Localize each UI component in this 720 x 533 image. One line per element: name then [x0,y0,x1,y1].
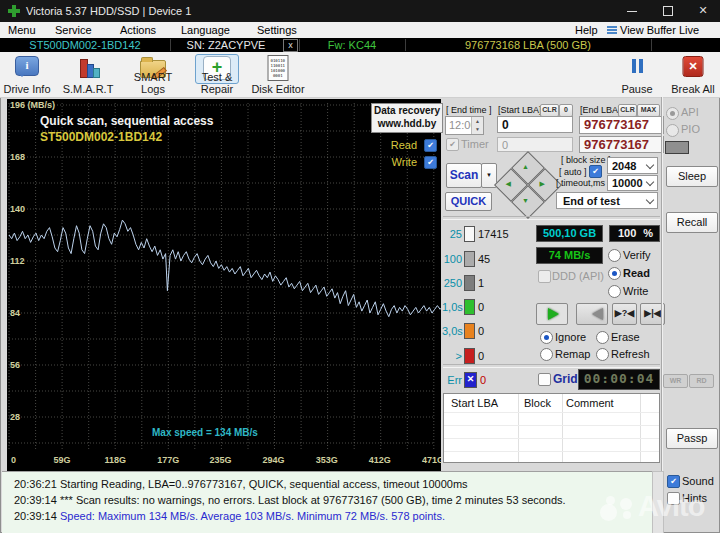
read-mode-radio[interactable] [608,267,621,280]
read-checkbox[interactable]: ✔ [424,139,437,152]
seek-error-button[interactable]: ▶?◀ [612,303,637,325]
ignore-label: Ignore [555,331,586,343]
log-timestamp: 20:36:21 [14,478,57,490]
end-lba-input[interactable]: 976773167 [579,116,664,134]
svg-text:177G: 177G [157,455,179,465]
write-checkbox[interactable]: ✔ [424,156,437,169]
timer-label: Timer [461,138,489,150]
counter-label-250: 250 [442,277,462,289]
back-button[interactable] [576,303,608,325]
disk-editor-button[interactable]: Disk Editor [250,54,306,96]
ddd-api-label: DDD (API) [552,270,604,282]
auto-checkbox[interactable]: ✔ [589,165,602,178]
maximize-button[interactable] [653,0,683,22]
max-speed-annotation: Max speed = 134 MB/s [152,427,258,438]
end-time-spinner[interactable]: 12:00 ▲▼ [445,116,484,135]
sound-checkbox[interactable]: ✔ [667,475,680,488]
spinner-arrows-icon[interactable]: ▲▼ [471,117,483,134]
verify-radio[interactable] [608,249,621,262]
log-timestamp: 20:39:14 [14,494,57,506]
counter-label-25: 25 [442,228,462,240]
end-action-value: End of test [563,195,620,207]
timer-checkbox[interactable]: ✔ [446,138,459,151]
disk-editor-icon [268,55,289,81]
hints-label: Hints [682,492,707,504]
block-size-select[interactable]: 2048 [607,157,658,174]
counter-value-3s: 0 [478,325,484,337]
rewind-icon [586,308,603,320]
test-repair-button[interactable]: + Test & Repair [188,54,246,96]
app-window: Victoria 5.37 HDD/SSD | Device 1 ✕ Menu … [0,0,720,533]
svg-text:471G: 471G [422,455,441,465]
grid-checkbox[interactable] [538,373,551,386]
ddd-api-checkbox[interactable] [538,270,551,283]
drive-info-button[interactable]: i Drive Info [1,54,53,96]
pio-radio[interactable] [666,124,679,137]
arrow-up-icon: ▲ [515,163,537,170]
arrow-down-icon: ▼ [515,197,537,204]
defect-table[interactable]: Start LBA Block Comment [443,393,660,463]
menu-item-settings[interactable]: Settings [257,24,297,36]
column-header-comment[interactable]: Comment [566,397,614,409]
column-header-block[interactable]: Block [524,397,551,409]
hdd-by-watermark: Data recovery www.hdd.by [371,103,443,133]
passp-button[interactable]: Passp [666,428,718,449]
rd-button[interactable]: RD [689,374,714,388]
smart-logs-button[interactable]: SMART Logs [122,54,184,96]
end-action-select[interactable]: End of test [556,192,658,209]
divider [444,425,659,426]
menu-item-menu[interactable]: Menu [8,24,36,36]
verify-label: Verify [623,249,651,261]
start-lba-input[interactable]: 0 [497,116,573,133]
sleep-button[interactable]: Sleep [666,166,718,187]
counter-value-err: 0 [480,374,486,386]
refresh-radio[interactable] [596,348,609,361]
svg-text:28: 28 [10,412,20,422]
divider [170,39,171,51]
timer-input[interactable]: 0 [497,137,573,152]
start-scan-button[interactable] [536,303,568,325]
counter-block-timeout [464,348,475,364]
block-size-label: [ block size ] [561,155,611,165]
write-mode-radio[interactable] [608,285,621,298]
break-all-icon: ✕ [683,56,704,77]
menu-item-actions[interactable]: Actions [120,24,156,36]
write-mode-label: Write [623,285,648,297]
menu-item-service[interactable]: Service [55,24,92,36]
counter-value-timeout: 0 [478,350,484,362]
break-all-button[interactable]: ✕ Break All [668,54,718,96]
view-buffer-live-button[interactable]: View Buffer Live [620,24,699,36]
log-timestamp: 20:39:14 [14,510,57,522]
end-time-label: [ End time ] [446,105,492,115]
divider [443,364,660,368]
counter-block-1s [464,299,475,315]
smart-button[interactable]: S.M.A.R.T [60,54,116,96]
title-bar: Victoria 5.37 HDD/SSD | Device 1 ✕ [0,0,720,22]
progress-display: 100 % [609,225,660,242]
timeout-select[interactable]: 10000 [607,175,658,191]
ignore-radio[interactable] [540,331,553,344]
drive-model[interactable]: ST500DM002-1BD142 [0,38,170,52]
counter-block-25 [464,226,475,242]
log-scrollbar[interactable] [652,471,664,533]
scan-button[interactable]: Scan [446,163,482,188]
watermark-line1: Data recovery [372,104,442,117]
svg-text:412G: 412G [369,455,391,465]
quick-button[interactable]: QUICK [445,192,492,211]
serial-close-button[interactable]: x [283,39,298,52]
minimize-button[interactable] [617,0,647,22]
log-panel[interactable]: 20:36:21 Starting Reading, LBA=0..976773… [2,471,652,533]
hints-checkbox[interactable] [667,492,680,505]
pause-button[interactable]: Pause [613,54,661,96]
menu-item-language[interactable]: Language [181,24,230,36]
erase-radio[interactable] [596,331,609,344]
menu-item-help[interactable]: Help [575,24,598,36]
wr-button[interactable]: WR [663,374,688,388]
recall-button[interactable]: Recall [666,212,718,233]
column-header-start-lba[interactable]: Start LBA [451,397,498,409]
drive-serial: SN: Z2ACYPVE [172,38,280,52]
close-button[interactable]: ✕ [688,0,718,22]
api-radio[interactable] [666,107,679,120]
remap-radio[interactable] [540,348,553,361]
counter-label-timeout: > [442,350,462,362]
